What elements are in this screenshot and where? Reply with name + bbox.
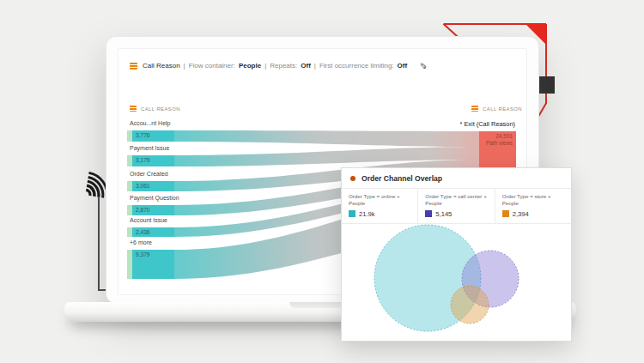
- venn-diagram: [342, 224, 569, 341]
- flow-node-bar[interactable]: 9,379: [127, 250, 174, 279]
- exit-path-views-caption: Path views: [486, 140, 513, 147]
- dimension-icon: [130, 63, 137, 70]
- dimension-name: Call Reason: [143, 62, 180, 70]
- separator: |: [314, 62, 316, 70]
- left-column-header-label: CALL REASON: [141, 106, 180, 112]
- first-occurrence-label: First occurrence limiting:: [319, 62, 394, 70]
- flow-node-label: Order Created: [130, 171, 168, 177]
- flow-node-bar[interactable]: 2,436: [127, 227, 174, 237]
- flow-node-bar-body: 3,179: [132, 155, 174, 166]
- flow-node-label: +6 more: [130, 239, 152, 245]
- venn-legend: Order Type = online + People21.9kOrder T…: [342, 189, 571, 224]
- flow-node-bar-body: 9,379: [132, 250, 174, 279]
- decor-gray-line-vertical: [98, 197, 100, 290]
- flow-node-label: Payment Question: [130, 195, 179, 201]
- flow-node-bar[interactable]: 2,870: [127, 205, 174, 215]
- flow-node-value: 3,776: [136, 132, 150, 138]
- separator: |: [184, 62, 185, 70]
- right-column-header-label: CALL REASON: [483, 106, 522, 112]
- flow-node-label: Payment Issue: [130, 145, 169, 151]
- flow-node-value: 3,179: [136, 157, 150, 163]
- venn-bullet-icon: [350, 176, 355, 181]
- venn-legend-label: Order Type = call center + People: [425, 193, 487, 207]
- separator: |: [264, 62, 266, 70]
- legend-swatch-icon: [425, 210, 432, 217]
- exit-path-views-value: 24,591: [486, 133, 513, 140]
- venn-legend-item: Order Type = store + People2,394: [495, 189, 571, 223]
- venn-legend-label: Order Type = online + People: [349, 193, 410, 207]
- flow-node-value: 9,379: [136, 251, 150, 257]
- venn-legend-value: 21.9k: [359, 210, 375, 218]
- flow-node-bar[interactable]: 3,061: [127, 181, 174, 191]
- flow-container-label: Flow container:: [189, 62, 235, 70]
- exit-node-metrics: 24,591 Path views: [486, 133, 513, 148]
- decor-dark-square: [538, 76, 555, 94]
- repeats-label: Repeats:: [270, 62, 297, 70]
- flow-node-value: 2,436: [136, 229, 150, 235]
- flow-node-bar[interactable]: 3,776: [127, 130, 174, 142]
- venn-circle-store: [451, 286, 489, 324]
- flow-node-label: Accou...nt Help: [130, 120, 170, 126]
- venn-legend-item: Order Type = call center + People5,145: [417, 189, 494, 223]
- flow-node-bar[interactable]: 3,179: [127, 155, 174, 166]
- flow-node-label: Account Issue: [130, 217, 167, 223]
- venn-legend-value: 2,394: [513, 210, 529, 218]
- right-column-header: CALL REASON: [471, 106, 522, 112]
- venn-legend-label: Order Type = store + People: [502, 193, 564, 207]
- edit-pencil-icon[interactable]: ✎: [418, 62, 428, 69]
- order-channel-overlap-card: Order Channel Overlap Order Type = onlin…: [341, 167, 572, 342]
- flow-settings-toolbar: Call Reason | Flow container: People | R…: [130, 61, 427, 70]
- legend-swatch-icon: [349, 210, 355, 217]
- venn-legend-value: 5,145: [435, 210, 452, 218]
- venn-legend-item: Order Type = online + People21.9k: [342, 189, 417, 223]
- flow-node-bar-body: 2,436: [132, 227, 174, 237]
- dimension-icon: [130, 106, 137, 112]
- card-title-row: Order Channel Overlap: [342, 168, 571, 189]
- marketing-composition: Call Reason | Flow container: People | R…: [0, 0, 644, 363]
- exit-node-label: * Exit (Call Reason): [460, 120, 515, 128]
- legend-swatch-icon: [502, 210, 509, 217]
- flow-node-bar-body: 3,776: [132, 130, 174, 142]
- dimension-icon: [471, 106, 478, 112]
- left-column-header: CALL REASON: [130, 106, 180, 112]
- flow-node-bar-body: 2,870: [132, 205, 174, 215]
- repeats-value: Off: [301, 62, 311, 70]
- flow-node-value: 2,870: [136, 207, 150, 213]
- flow-node-value: 3,061: [136, 183, 150, 189]
- card-title: Order Channel Overlap: [361, 174, 442, 183]
- flow-node-bar-body: 3,061: [132, 181, 174, 191]
- first-occurrence-value: Off: [398, 62, 408, 70]
- flow-container-value: People: [239, 62, 261, 70]
